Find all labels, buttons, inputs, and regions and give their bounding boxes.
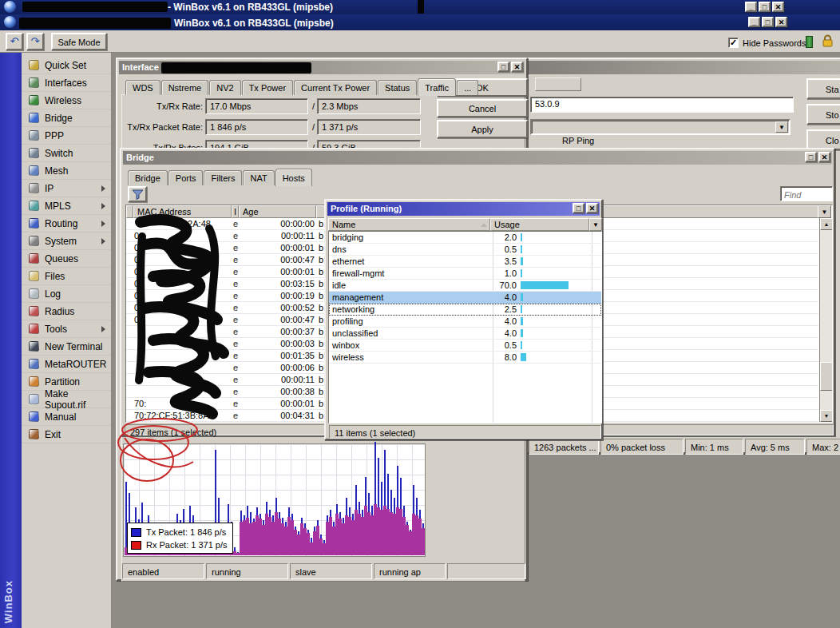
scroll-up-icon[interactable]: ▲ [820,218,833,230]
close-button[interactable]: ✕ [775,17,787,27]
column-header-name[interactable]: Name [328,218,490,231]
sidebar-item-log[interactable]: Log [22,285,111,303]
usage-bar [521,233,522,241]
profile-row-profiling[interactable]: profiling4.0 [329,316,601,328]
supout-sheet-icon [29,394,39,404]
column-options-button[interactable]: ▼ [589,218,602,231]
column-options-button[interactable]: ▼ [818,205,831,218]
titlebar-main-window[interactable]: WinBox v6.1 on RB433GL (mipsbe) _ □ ✕ [0,14,840,30]
bridge-window-titlebar[interactable]: Bridge □ ✕ [123,151,832,165]
sidebar-item-new-terminal[interactable]: New Terminal [22,338,111,356]
profile-name-cell: idle [332,280,489,291]
profile-row-management[interactable]: management4.0 [329,292,601,304]
maximize-button[interactable]: □ [497,62,509,72]
tab-bridge[interactable]: Bridge [128,170,168,185]
mac-address-cell: 00 [134,230,232,242]
tab-ports[interactable]: Ports [168,170,204,185]
tab-tx-power[interactable]: Tx Power [242,80,293,95]
close-button[interactable]: ✕ [511,62,523,72]
sidebar-item-interfaces[interactable]: Interfaces [22,74,111,92]
profile-row-firewall-mgmt[interactable]: firewall-mgmt1.0 [329,268,601,280]
maximize-button[interactable]: □ [762,17,774,27]
sidebar-item-routing[interactable]: Routing [22,215,111,233]
sidebar-item-quick-set[interactable]: Quick Set [22,57,111,74]
sidebar-item-ip[interactable]: IP [22,180,111,197]
tab-nstreme[interactable]: Nstreme [161,80,209,95]
tab-nv2[interactable]: NV2 [209,80,240,95]
undo-button[interactable]: ↶ [6,33,23,50]
tab-filters[interactable]: Filters [204,170,242,185]
queues-icon [29,253,39,264]
traffic-bar [320,535,322,555]
minimize-button[interactable]: _ [745,2,757,12]
tab-traffic[interactable]: Traffic [418,78,456,96]
stop-button[interactable]: Sto [806,104,840,125]
sidebar-item-exit[interactable]: Exit [22,426,111,443]
sidebar-item-radius[interactable]: Radius [22,303,111,320]
traffic-bar [403,506,405,555]
scrollbar-thumb[interactable] [820,362,833,391]
tab-hosts[interactable]: Hosts [275,169,312,186]
traffic-bar [397,466,398,555]
column-header-mac-address[interactable]: MAC Address [133,205,232,218]
ping-interface-dropdown[interactable]: ▼ [530,119,790,135]
tab-current-tx-power[interactable]: Current Tx Power [294,80,377,95]
sidebar-item-queues[interactable]: Queues [22,250,111,268]
cancel-button[interactable]: Cancel [437,99,528,117]
profile-row-idle[interactable]: idle70.0 [329,280,601,292]
tab-wds[interactable]: WDS [125,80,160,95]
profile-row-winbox[interactable]: winbox0.5 [329,340,601,352]
usage-value-cell: 2.0 [491,232,517,243]
traffic-bar [317,520,319,555]
sidebar-item-make-supout[interactable]: Make Supout.rif [22,391,111,408]
column-header-age[interactable]: Age [239,205,316,218]
filter-button[interactable] [128,186,147,202]
profile-row-dns[interactable]: dns0.5 [329,244,601,256]
maximize-button[interactable]: □ [805,152,817,162]
close-button[interactable]: ✕ [818,152,830,162]
sidebar-item-wireless[interactable]: Wireless [22,92,111,109]
profile-row-bridging[interactable]: bridging2.0 [329,232,601,244]
sidebar-item-mesh[interactable]: Mesh [22,162,111,180]
profile-row-unclassified[interactable]: unclassified4.0 [329,328,601,340]
minimize-button[interactable]: _ [748,17,760,27]
profile-row-wireless[interactable]: wireless8.0 [329,352,601,364]
usage-bar [521,341,522,349]
find-input[interactable] [780,186,833,201]
sidebar-item-manual[interactable]: Manual [22,408,111,426]
traffic-bar [381,482,382,555]
tab-nat[interactable]: NAT [243,170,274,185]
ping-window-titlebar[interactable] [526,61,840,74]
sidebar-item-metarouter[interactable]: MetaROUTER [22,356,111,373]
vertical-scrollbar[interactable]: ▲ ▼ [819,218,832,422]
age-cell: 00:00:01 [240,242,315,254]
close-button[interactable]: ✕ [586,203,598,213]
column-header-usage[interactable]: Usage [490,218,589,231]
close-button[interactable]: ✕ [772,2,784,12]
maximize-button[interactable]: □ [759,2,771,12]
sidebar-item-bridge[interactable]: Bridge [22,109,111,127]
ping-address-input[interactable]: 53.0.9 [530,97,794,113]
hide-passwords-checkbox[interactable]: ✓ [728,38,739,48]
safe-mode-button[interactable]: Safe Mode [51,33,107,50]
maximize-button[interactable]: □ [573,203,584,213]
column-header-flag[interactable] [126,205,133,218]
profile-row-networking[interactable]: networking2.5 [329,304,601,316]
sidebar-item-files[interactable]: Files [22,268,111,285]
column-header-interface[interactable]: I [232,205,239,218]
sidebar-item-switch[interactable]: Switch [22,145,111,162]
sidebar-item-system[interactable]: System [22,233,111,250]
sidebar-item-tools[interactable]: Tools [22,320,111,338]
profile-row-ethernet[interactable]: ethernet3.5 [329,256,601,268]
tab-status[interactable]: Status [378,80,417,95]
sidebar-item-ppp[interactable]: PPP [22,127,111,145]
sidebar-item-mpls[interactable]: MPLS [22,197,111,215]
tab-overflow[interactable]: ... [457,80,478,95]
chevron-down-icon[interactable]: ▼ [775,121,788,133]
scroll-down-icon[interactable]: ▼ [820,410,833,422]
redo-button[interactable]: ↷ [26,33,44,50]
start-button[interactable]: Sta [806,78,840,99]
traffic-bar [378,458,379,555]
apply-button[interactable]: Apply [437,120,528,138]
profile-window-titlebar[interactable]: Profile (Running) □ ✕ [327,202,600,216]
